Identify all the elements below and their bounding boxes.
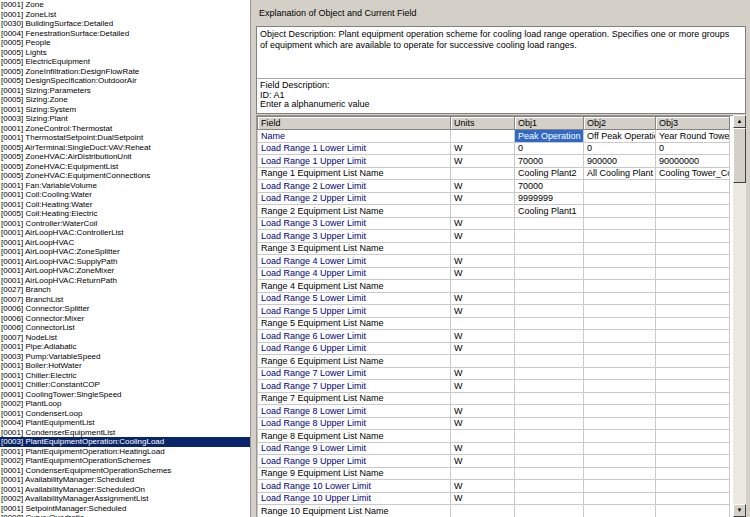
value-cell[interactable]	[515, 467, 584, 480]
value-cell[interactable]	[656, 317, 730, 330]
class-list-item[interactable]: [0002] AvailabilityManagerAssignmentList	[0, 494, 250, 504]
value-cell[interactable]: Cooling Tower_Con	[656, 167, 730, 180]
grid-column-header[interactable]: Obj1	[515, 117, 584, 130]
value-cell[interactable]	[656, 480, 730, 493]
value-cell[interactable]	[584, 217, 656, 230]
class-list-item[interactable]: [0004] FenestrationSurface:Detailed	[0, 29, 250, 39]
class-list-item[interactable]: [0004] PlantEquipmentList	[0, 418, 250, 428]
value-cell[interactable]	[656, 467, 730, 480]
value-cell[interactable]	[584, 455, 656, 468]
value-cell[interactable]	[584, 467, 656, 480]
value-cell[interactable]	[515, 217, 584, 230]
value-cell[interactable]: 70000	[515, 155, 584, 168]
value-cell[interactable]	[515, 317, 584, 330]
value-cell[interactable]	[584, 205, 656, 218]
value-cell[interactable]: All Cooling Plant	[584, 167, 656, 180]
value-cell[interactable]	[515, 380, 584, 393]
class-list-item[interactable]: [0001] CondenserEquipmentOperationScheme…	[0, 466, 250, 476]
value-cell[interactable]	[515, 405, 584, 418]
value-cell[interactable]	[584, 430, 656, 443]
class-list-item[interactable]: [0001] AirLoopHVAC:ZoneMixer	[0, 266, 250, 276]
class-list-item[interactable]: [0001] AirLoopHVAC:SupplyPath	[0, 257, 250, 267]
class-list-item[interactable]: [0005] Sizing:Zone	[0, 95, 250, 105]
value-cell[interactable]	[584, 330, 656, 343]
value-cell[interactable]	[584, 417, 656, 430]
value-cell[interactable]	[584, 367, 656, 380]
class-list-item[interactable]: [0001] PlantEquipmentOperation:HeatingLo…	[0, 447, 250, 457]
grid-vertical-scrollbar[interactable]: ▲ ▼	[733, 115, 746, 517]
value-cell[interactable]	[656, 242, 730, 255]
class-list-item[interactable]: [0001] ZoneList	[0, 10, 250, 20]
class-list-item[interactable]: [0001] Fan:VariableVolume	[0, 181, 250, 191]
class-list-item[interactable]: [0001] CondenserLoop	[0, 409, 250, 419]
class-list-item[interactable]: [0001] AirLoopHVAC:ZoneSplitter	[0, 247, 250, 257]
value-cell[interactable]	[656, 267, 730, 280]
class-list-item[interactable]: [0001] ThermostatSetpoint:DualSetpoint	[0, 133, 250, 143]
value-cell[interactable]	[515, 305, 584, 318]
class-list-item[interactable]: [0001] Coil:Cooling:Water	[0, 190, 250, 200]
class-list-item[interactable]: [0006] Connector:Splitter	[0, 304, 250, 314]
value-cell[interactable]	[515, 255, 584, 268]
value-cell[interactable]: 70000	[515, 180, 584, 193]
class-list-item[interactable]: [0003] Pump:VariableSpeed	[0, 352, 250, 362]
class-list-item[interactable]: [0001] Coil:Heating:Water	[0, 200, 250, 210]
class-list-item[interactable]: [0006] ConnectorList	[0, 323, 250, 333]
value-cell[interactable]	[656, 442, 730, 455]
value-cell[interactable]	[656, 405, 730, 418]
value-cell[interactable]	[584, 280, 656, 293]
value-cell[interactable]	[656, 392, 730, 405]
value-cell[interactable]	[584, 380, 656, 393]
class-list-item[interactable]: [0007] NodeList	[0, 333, 250, 343]
value-cell[interactable]	[515, 342, 584, 355]
value-cell[interactable]	[656, 367, 730, 380]
value-cell[interactable]	[656, 255, 730, 268]
value-cell[interactable]	[584, 392, 656, 405]
value-cell[interactable]	[515, 367, 584, 380]
value-cell[interactable]	[515, 492, 584, 505]
value-cell[interactable]	[656, 292, 730, 305]
value-cell[interactable]	[656, 205, 730, 218]
class-list-item[interactable]: [0001] Sizing:System	[0, 105, 250, 115]
class-list-item[interactable]: [0030] BuildingSurface:Detailed	[0, 19, 250, 29]
scroll-down-button[interactable]: ▼	[733, 504, 746, 517]
value-cell[interactable]	[656, 330, 730, 343]
class-list-item[interactable]: [0001] CondenserEquipmentList	[0, 428, 250, 438]
class-list-item[interactable]: [0001] Sizing:Parameters	[0, 86, 250, 96]
class-list-item[interactable]: [0001] Zone	[0, 0, 250, 10]
value-cell[interactable]	[515, 430, 584, 443]
class-list-item[interactable]: [0005] ZoneHVAC:EquipmentConnections	[0, 171, 250, 181]
value-cell[interactable]	[656, 280, 730, 293]
class-list-item[interactable]: [0001] CoolingTower:SingleSpeed	[0, 390, 250, 400]
value-cell[interactable]: Cooling Plant2	[515, 167, 584, 180]
value-cell[interactable]: Peak Operation	[515, 130, 584, 143]
value-cell[interactable]	[515, 355, 584, 368]
class-list-item[interactable]: [0008] Curve:Quadratic	[0, 513, 250, 517]
class-list-item[interactable]: [0005] ElectricEquipment	[0, 57, 250, 67]
value-cell[interactable]	[584, 242, 656, 255]
class-list-item[interactable]: [0005] DesignSpecification:OutdoorAir	[0, 76, 250, 86]
class-list-item[interactable]: [0001] Boiler:HotWater	[0, 361, 250, 371]
value-cell[interactable]: 90000000	[656, 155, 730, 168]
class-list-item[interactable]: [0001] AirLoopHVAC:ControllerList	[0, 228, 250, 238]
value-cell[interactable]: 0	[656, 142, 730, 155]
class-list-item[interactable]: [0003] PlantEquipmentOperation:CoolingLo…	[0, 437, 250, 447]
scrollbar-thumb[interactable]	[733, 128, 746, 183]
value-cell[interactable]	[656, 355, 730, 368]
value-cell[interactable]	[584, 230, 656, 243]
value-cell[interactable]	[656, 417, 730, 430]
value-cell[interactable]	[584, 405, 656, 418]
class-list-item[interactable]: [0001] ZoneControl:Thermostat	[0, 124, 250, 134]
class-list-item[interactable]: [0001] AirLoopHVAC:ReturnPath	[0, 276, 250, 286]
value-cell[interactable]	[515, 230, 584, 243]
value-cell[interactable]	[515, 417, 584, 430]
value-cell[interactable]	[515, 392, 584, 405]
value-cell[interactable]	[515, 505, 584, 517]
value-cell[interactable]: Cooling Plant1	[515, 205, 584, 218]
value-cell[interactable]	[584, 292, 656, 305]
value-cell[interactable]	[584, 305, 656, 318]
value-cell[interactable]	[656, 180, 730, 193]
value-cell[interactable]: Off Peak Operation	[584, 130, 656, 143]
class-list-item[interactable]: [0001] Pipe:Adiabatic	[0, 342, 250, 352]
value-cell[interactable]: 0	[515, 142, 584, 155]
value-cell[interactable]	[656, 430, 730, 443]
